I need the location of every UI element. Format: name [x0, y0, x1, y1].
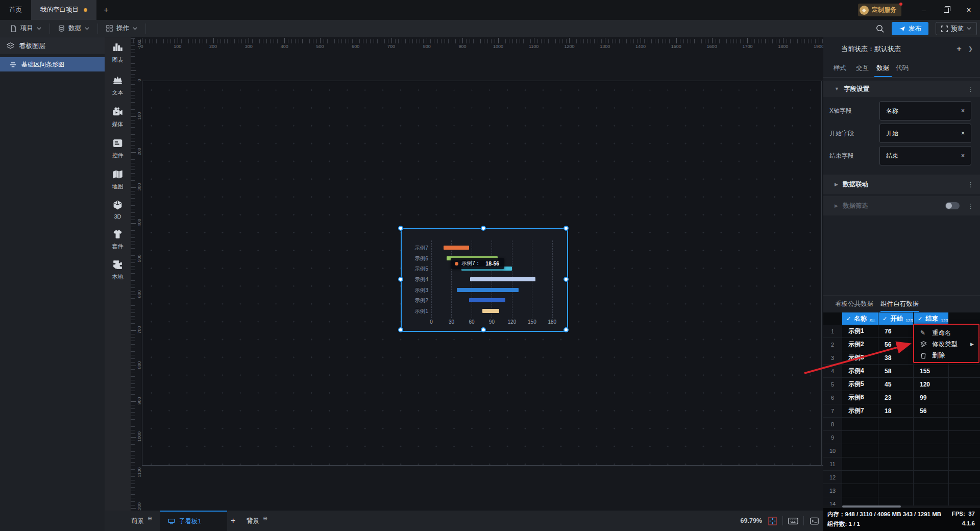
cell-start[interactable] — [878, 457, 914, 470]
cell-start[interactable]: 38 — [878, 351, 914, 364]
cell-end[interactable] — [914, 431, 949, 444]
tab-home[interactable]: 首页 — [0, 0, 31, 20]
add-state-button[interactable]: + — [957, 44, 962, 54]
cell-start[interactable]: 23 — [878, 391, 914, 404]
resize-handle[interactable] — [564, 327, 569, 332]
cell-end[interactable]: 120 — [914, 378, 949, 391]
cell-name[interactable] — [842, 418, 878, 430]
cell-name[interactable]: 示例1 — [842, 325, 878, 337]
row-number[interactable]: 13 — [823, 484, 842, 497]
cell-name[interactable] — [842, 457, 878, 470]
add-foreground-icon[interactable]: ⊕ — [148, 515, 152, 522]
cell-extra[interactable] — [949, 497, 980, 505]
context-menu-item-1[interactable]: ✎重命名 — [914, 327, 978, 339]
column-header-2[interactable]: ✓开始123 — [878, 312, 913, 325]
cell-start[interactable]: 18 — [878, 404, 914, 417]
toolbox-item-5[interactable]: 地图 — [105, 169, 131, 190]
row-number[interactable]: 11 — [823, 457, 842, 470]
cell-end[interactable]: 155 — [914, 365, 949, 377]
canvas[interactable]: 0100200300400500600700800900100011001200… — [131, 37, 823, 511]
context-menu-item-3[interactable]: 删除 — [914, 350, 978, 361]
cell-start[interactable] — [878, 418, 914, 430]
field-input-xaxis[interactable]: 名称 × — [879, 101, 971, 120]
column-header-3[interactable]: ✓结束123 — [914, 312, 948, 325]
toolbox-item-2[interactable]: 文本 — [105, 75, 131, 96]
menu-operations[interactable]: 操作 — [98, 23, 146, 34]
row-number[interactable]: 9 — [823, 431, 842, 444]
inspector-tab-4[interactable]: 代码 — [896, 64, 909, 73]
resize-handle[interactable] — [564, 226, 569, 231]
toolbox-item-6[interactable]: 3D — [105, 200, 131, 220]
filter-toggle[interactable] — [945, 202, 960, 209]
table-row[interactable]: 12 — [823, 471, 980, 484]
resize-handle[interactable] — [398, 327, 403, 332]
add-background-icon[interactable]: ⊕ — [263, 515, 267, 522]
cell-end[interactable] — [914, 418, 949, 430]
add-board-button[interactable]: + — [231, 511, 235, 531]
row-number[interactable]: 7 — [823, 404, 842, 417]
toolbox-item-8[interactable]: 本地 — [105, 259, 131, 281]
clear-icon[interactable]: × — [961, 152, 965, 159]
cell-start[interactable]: 76 — [878, 325, 914, 337]
keyboard-icon[interactable] — [788, 516, 798, 525]
maximize-button[interactable] — [935, 0, 958, 20]
publish-button[interactable]: 发布 — [892, 22, 928, 35]
cell-end[interactable] — [914, 497, 949, 505]
row-number[interactable]: 6 — [823, 391, 842, 404]
cell-extra[interactable] — [949, 391, 980, 404]
cell-end[interactable]: 56 — [914, 404, 949, 417]
cell-name[interactable] — [842, 471, 878, 484]
context-menu-item-2[interactable]: 修改类型▶ — [914, 339, 978, 350]
canvas-scrollbar[interactable] — [821, 81, 822, 466]
cell-extra[interactable] — [949, 444, 980, 457]
table-row[interactable]: 5示例545120 — [823, 378, 980, 391]
data-panel-tab-2[interactable]: 组件自有数据 — [880, 300, 919, 308]
menu-data[interactable]: 数据 — [50, 23, 98, 34]
cell-end[interactable] — [914, 457, 949, 470]
cell-start[interactable] — [878, 484, 914, 497]
cell-name[interactable]: 示例2 — [842, 338, 878, 351]
table-row[interactable]: 10 — [823, 444, 980, 457]
cell-extra[interactable] — [949, 431, 980, 444]
resize-handle[interactable] — [481, 327, 486, 332]
table-row[interactable]: 9 — [823, 431, 980, 444]
table-row[interactable]: 13 — [823, 484, 980, 497]
cell-start[interactable] — [878, 497, 914, 505]
column-header-1[interactable]: ✓名称Str. — [842, 312, 878, 325]
cell-start[interactable]: 58 — [878, 365, 914, 377]
row-number[interactable]: 5 — [823, 378, 842, 391]
cell-extra[interactable] — [949, 471, 980, 484]
cell-extra[interactable] — [949, 365, 980, 377]
cell-end[interactable] — [914, 484, 949, 497]
kebab-menu-icon[interactable]: ⋮ — [967, 202, 974, 210]
cell-name[interactable] — [842, 497, 878, 505]
cell-name[interactable] — [842, 484, 878, 497]
resize-handle[interactable] — [564, 277, 569, 282]
cell-start[interactable]: 56 — [878, 338, 914, 351]
kebab-menu-icon[interactable]: ⋮ — [967, 181, 974, 188]
row-number[interactable]: 2 — [823, 338, 842, 351]
section-field-settings[interactable]: ▼ 字段设置 ⋮ — [823, 81, 980, 97]
table-row[interactable]: 4示例458155 — [823, 365, 980, 378]
cell-start[interactable] — [878, 471, 914, 484]
chevron-right-icon[interactable]: ❯ — [968, 45, 973, 52]
row-number[interactable]: 1 — [823, 325, 842, 337]
field-input-end[interactable]: 结束 × — [879, 146, 971, 165]
row-number[interactable]: 12 — [823, 471, 842, 484]
layer-item-selected[interactable]: 基础区间条形图 — [0, 57, 105, 71]
cell-end[interactable]: 99 — [914, 391, 949, 404]
toolbox-item-7[interactable]: 套件 — [105, 229, 131, 250]
cell-start[interactable] — [878, 431, 914, 444]
fit-screen-icon[interactable] — [767, 516, 777, 525]
foreground-button[interactable]: 前景 ⊕ — [131, 511, 152, 531]
sub-board-tab[interactable]: 子看板1 — [160, 511, 227, 531]
inspector-tab-2[interactable]: 交互 — [856, 64, 869, 73]
cell-end[interactable] — [914, 471, 949, 484]
section-data-filter[interactable]: ▶ 数据筛选 ⋮ — [823, 196, 980, 215]
cell-extra[interactable] — [949, 418, 980, 430]
search-icon[interactable] — [875, 24, 885, 33]
cell-name[interactable]: 示例4 — [842, 365, 878, 377]
minimize-button[interactable]: – — [913, 0, 935, 20]
data-panel-tab-1[interactable]: 看板公共数据 — [835, 300, 873, 308]
scrollbar-thumb[interactable] — [842, 505, 901, 508]
